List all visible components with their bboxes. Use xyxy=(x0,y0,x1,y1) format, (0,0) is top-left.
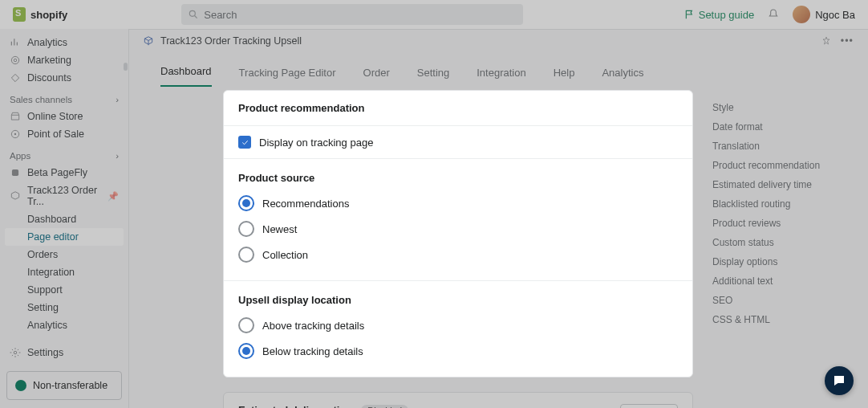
pin-icon: 📌 xyxy=(107,191,119,202)
sidebar-sub-integration[interactable]: Integration xyxy=(0,263,128,281)
rnav-css-html[interactable]: CSS & HTML xyxy=(712,310,849,329)
rnav-product-reviews[interactable]: Product reviews xyxy=(712,214,849,233)
pin-icon[interactable] xyxy=(821,36,831,46)
radio-label: Recommendations xyxy=(262,198,349,210)
breadcrumb: Track123 Order Tracking Upsell ••• xyxy=(128,29,868,53)
display-on-tracking-checkbox[interactable]: Display on tracking page xyxy=(238,136,678,149)
chat-widget-button[interactable] xyxy=(825,366,854,395)
sidebar-sub-analytics[interactable]: Analytics xyxy=(0,316,128,334)
radio-below-details[interactable]: Below tracking details xyxy=(238,338,678,364)
main-area: Track123 Order Tracking Upsell ••• Dashb… xyxy=(128,29,868,408)
rnav-estimated-delivery[interactable]: Estimated delivery time xyxy=(712,175,849,194)
sidebar-item-label: Discounts xyxy=(27,72,71,84)
rnav-translation[interactable]: Translation xyxy=(712,137,849,156)
sidebar-item-pagefly[interactable]: Beta PageFly xyxy=(0,164,128,182)
sidebar-sub-setting[interactable]: Setting xyxy=(0,299,128,316)
discounts-icon xyxy=(10,72,21,84)
radio-recommendations[interactable]: Recommendations xyxy=(238,190,678,216)
radio-off-icon xyxy=(238,247,254,263)
est-title: Estimated delivery time xyxy=(238,404,355,408)
rnav-display-options[interactable]: Display options xyxy=(712,252,849,271)
product-source-heading: Product source xyxy=(238,172,678,184)
more-icon[interactable]: ••• xyxy=(841,35,854,47)
search-input[interactable]: Search xyxy=(181,4,523,25)
sidebar-settings[interactable]: Settings xyxy=(0,344,128,361)
checkbox-label: Display on tracking page xyxy=(259,137,373,149)
sidebar-sub-dashboard[interactable]: Dashboard xyxy=(0,210,128,228)
non-transferable-label: Non-transferable xyxy=(33,380,107,391)
sidebar-sub-page-editor[interactable]: Page editor xyxy=(5,228,124,246)
sidebar-item-online-store[interactable]: Online Store xyxy=(0,108,128,125)
chevron-right-icon: › xyxy=(116,151,119,161)
app-tabs: Dashboard Tracking Page Editor Order Set… xyxy=(128,53,868,88)
card-title: Product recommendation xyxy=(224,91,692,126)
left-sidebar: Analytics Marketing Discounts Sales chan… xyxy=(0,29,129,408)
rnav-product-recommendation[interactable]: Product recommendation xyxy=(712,156,849,175)
cube-icon xyxy=(143,35,154,47)
sidebar-item-label: Track123 Order Tr... xyxy=(27,185,101,207)
search-placeholder: Search xyxy=(204,9,237,21)
rnav-date-format[interactable]: Date format xyxy=(712,117,849,137)
svg-point-0 xyxy=(190,10,196,16)
sidebar-section-sales-channels[interactable]: Sales channels› xyxy=(0,87,128,108)
non-transferable-banner[interactable]: Non-transferable xyxy=(6,371,122,400)
radio-label: Collection xyxy=(262,249,308,261)
radio-collection[interactable]: Collection xyxy=(238,242,678,267)
shopify-logo[interactable]: shopify xyxy=(13,7,67,22)
radio-newest[interactable]: Newest xyxy=(238,216,678,242)
sidebar-sub-orders[interactable]: Orders xyxy=(0,246,128,263)
rnav-custom-status[interactable]: Custom status xyxy=(712,233,849,252)
marketing-icon xyxy=(10,55,21,66)
rnav-style[interactable]: Style xyxy=(712,98,849,117)
radio-label: Below tracking details xyxy=(262,345,363,357)
brand-text: shopify xyxy=(30,9,67,21)
radio-label: Newest xyxy=(262,223,297,235)
tab-integration[interactable]: Integration xyxy=(477,67,525,87)
rnav-seo[interactable]: SEO xyxy=(712,291,849,310)
shopify-bag-icon xyxy=(13,7,26,22)
chat-icon xyxy=(832,373,846,388)
rnav-additional-text[interactable]: Additional text xyxy=(712,271,849,291)
sidebar-item-analytics[interactable]: Analytics xyxy=(0,34,128,51)
radio-label: Above tracking details xyxy=(262,320,364,332)
radio-above-details[interactable]: Above tracking details xyxy=(238,312,678,338)
sidebar-item-track123[interactable]: Track123 Order Tr...📌 xyxy=(0,182,128,210)
breadcrumb-title: Track123 Order Tracking Upsell xyxy=(160,35,302,47)
setup-guide-link[interactable]: Setup guide xyxy=(684,9,754,21)
product-recommendation-card: Product recommendation Display on tracki… xyxy=(223,90,693,377)
scrollbar-thumb[interactable] xyxy=(124,63,128,71)
avatar xyxy=(793,6,810,23)
app-icon xyxy=(10,167,21,178)
top-header: shopify Search Setup guide Ngoc Ba xyxy=(0,0,868,30)
tab-setting[interactable]: Setting xyxy=(417,67,449,87)
tab-analytics[interactable]: Analytics xyxy=(602,67,643,87)
sidebar-section-apps[interactable]: Apps› xyxy=(0,143,128,164)
app-icon xyxy=(10,190,21,202)
tab-order[interactable]: Order xyxy=(363,67,390,87)
estimated-delivery-card: Estimated delivery time Disabled Set an … xyxy=(223,392,693,408)
sidebar-item-discounts[interactable]: Discounts xyxy=(0,69,128,87)
flag-icon xyxy=(684,9,696,20)
radio-on-icon xyxy=(238,195,254,211)
analytics-icon xyxy=(10,37,21,48)
tab-help[interactable]: Help xyxy=(554,67,575,87)
svg-point-3 xyxy=(14,59,17,62)
tab-tracking-page-editor[interactable]: Tracking Page Editor xyxy=(239,67,336,87)
user-menu[interactable]: Ngoc Ba xyxy=(793,6,855,23)
sidebar-item-pos[interactable]: Point of Sale xyxy=(0,125,128,143)
store-icon xyxy=(10,111,21,122)
sidebar-item-label: Marketing xyxy=(27,55,71,66)
sidebar-item-marketing[interactable]: Marketing xyxy=(0,51,128,69)
chevron-right-icon: › xyxy=(116,95,119,104)
rnav-blacklisted-routing[interactable]: Blacklisted routing xyxy=(712,194,849,214)
upsell-location-heading: Upsell display location xyxy=(238,294,678,306)
tab-dashboard[interactable]: Dashboard xyxy=(160,65,212,87)
svg-rect-6 xyxy=(12,169,18,176)
sidebar-sub-support[interactable]: Support xyxy=(0,281,128,299)
sidebar-item-label: Point of Sale xyxy=(27,129,84,140)
info-icon xyxy=(15,380,26,391)
enable-button[interactable]: Enable xyxy=(620,404,678,408)
bell-icon[interactable] xyxy=(767,8,780,21)
sidebar-item-label: Online Store xyxy=(27,111,83,122)
checkbox-checked-icon xyxy=(238,136,251,149)
